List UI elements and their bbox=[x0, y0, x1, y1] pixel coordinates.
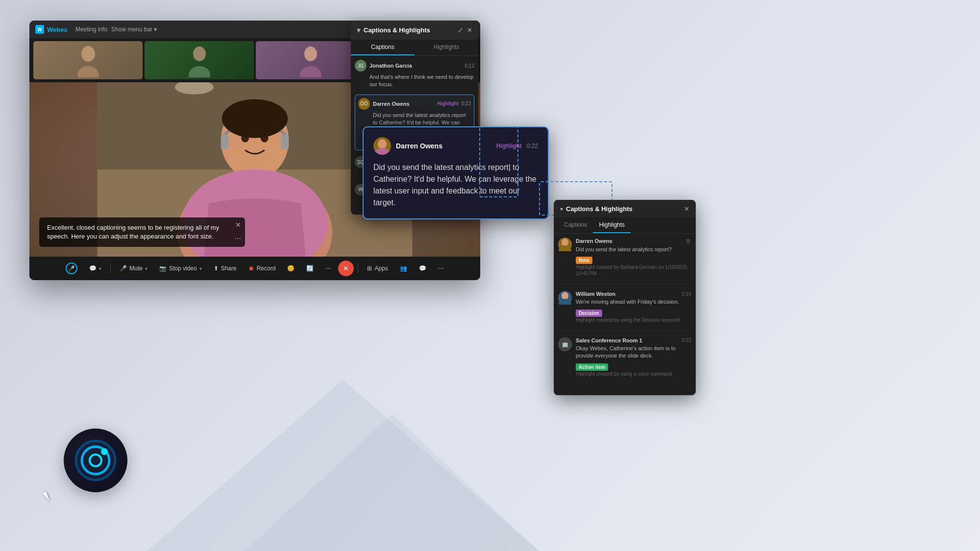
tab-highlights[interactable]: Highlights bbox=[415, 40, 478, 55]
webex-icon: W bbox=[35, 25, 44, 34]
ai-button[interactable]: 🔄 bbox=[301, 262, 318, 275]
messages-button[interactable]: 💬 bbox=[414, 262, 431, 275]
he-badge-action: Action item bbox=[576, 363, 608, 371]
svg-point-0 bbox=[81, 46, 95, 62]
svg-point-20 bbox=[374, 148, 390, 155]
svg-point-3 bbox=[189, 66, 210, 77]
captions-panel-title: Captions & Highlights bbox=[364, 26, 455, 34]
collapse-icon[interactable]: ▾ bbox=[357, 25, 361, 35]
he-body-3: Sales Conference Room 1 0:32 Okay Webex,… bbox=[576, 337, 691, 377]
webex-logo-large bbox=[64, 429, 127, 492]
end-call-button[interactable]: ✕ bbox=[338, 261, 354, 276]
video-dropdown-arrow: ▾ bbox=[199, 266, 202, 271]
caption-entry-1-header: JG Jonathon Garcia 0:12 bbox=[355, 60, 474, 72]
record-button[interactable]: ⏺ Record bbox=[244, 262, 281, 275]
more-icon: ⋯ bbox=[325, 265, 331, 272]
svg-rect-12 bbox=[221, 135, 229, 149]
more-button[interactable]: ⋯ bbox=[320, 262, 336, 275]
captions-panel2-content: Darren Owens 🗑 Did you send the latest a… bbox=[554, 234, 695, 395]
popout-icon[interactable]: ⤢ bbox=[458, 26, 463, 34]
highlight-popup-badge: Highlight bbox=[496, 143, 522, 149]
thumbnail-1[interactable] bbox=[33, 41, 143, 79]
highlight-popup-avatar bbox=[373, 137, 391, 155]
apps-button[interactable]: ⊞ Apps bbox=[362, 262, 392, 275]
caption-time-2: 0:22 bbox=[462, 101, 471, 106]
captions-tabs: Captions Highlights bbox=[351, 40, 478, 56]
he-quote-1: Did you send the latest analytics report… bbox=[576, 246, 691, 253]
highlight-entry-2: William Weston 0:16 We're moving ahead w… bbox=[558, 291, 691, 330]
he-badge-note: Note bbox=[576, 257, 592, 264]
chat-button[interactable]: 💬 ▾ bbox=[84, 262, 106, 275]
caption-name-2: Darren Owens bbox=[373, 101, 434, 107]
video-icon: 📷 bbox=[159, 265, 167, 272]
webex-logo: W Webex bbox=[35, 25, 68, 34]
end-call-icon: ✕ bbox=[343, 264, 349, 272]
svg-point-4 bbox=[304, 47, 317, 61]
participants-button[interactable]: 👥 bbox=[395, 262, 412, 275]
svg-point-19 bbox=[378, 139, 387, 149]
svg-point-16 bbox=[222, 99, 288, 138]
he-caption-2: Highlight created by using the Decision … bbox=[576, 317, 691, 323]
caption-more-button[interactable]: ⋯ bbox=[234, 234, 241, 244]
he-name-1: Darren Owens bbox=[576, 238, 686, 244]
tab2-captions[interactable]: Captions bbox=[558, 217, 593, 233]
mic-status-button[interactable]: 🎤 bbox=[61, 260, 82, 277]
highlight-entry-3: 🏢 Sales Conference Room 1 0:32 Okay Webe… bbox=[558, 337, 691, 384]
mic-ring-icon: 🎤 bbox=[66, 263, 77, 274]
mute-button[interactable]: 🎤 Mute ▾ bbox=[115, 262, 152, 275]
caption-entry-2-header: DO Darren Owens Highlight 0:22 bbox=[358, 98, 471, 110]
captions-panel2-tabs: Captions Highlights bbox=[554, 217, 695, 234]
he-quote-2: We're moving ahead with Friday's decisio… bbox=[576, 298, 691, 306]
thumbnail-2[interactable] bbox=[145, 41, 254, 79]
chat-dropdown-arrow: ▾ bbox=[99, 266, 101, 271]
show-menu-bar-button[interactable]: Show menu bar ▾ bbox=[111, 26, 157, 33]
webex-logo-svg bbox=[74, 438, 118, 482]
person-icon-3 bbox=[256, 41, 365, 79]
highlight-popup-name: Darren Owens bbox=[396, 142, 491, 150]
meeting-info-link[interactable]: Meeting info bbox=[75, 26, 107, 33]
highlight-popup-time: 0:22 bbox=[527, 143, 538, 149]
he-avatar-2 bbox=[558, 291, 572, 305]
separator-1 bbox=[110, 264, 111, 273]
tab-captions[interactable]: Captions bbox=[351, 40, 415, 55]
stop-video-button[interactable]: 📷 Stop video ▾ bbox=[154, 262, 207, 275]
more-options-button[interactable]: ⋯ bbox=[433, 262, 449, 275]
he-body-2: William Weston 0:16 We're moving ahead w… bbox=[576, 291, 691, 323]
svg-point-21 bbox=[562, 239, 568, 246]
highlight-popup-header: Darren Owens Highlight 0:22 bbox=[373, 137, 538, 155]
bg-decoration-2 bbox=[245, 414, 539, 551]
person-icon-1 bbox=[33, 41, 143, 79]
captions-panel-2: ▾ Captions & Highlights ✕ Captions Highl… bbox=[554, 200, 696, 395]
he-trash-1[interactable]: 🗑 bbox=[686, 238, 691, 244]
chevron-down-icon: ▾ bbox=[154, 26, 157, 33]
highlight-entry-1: Darren Owens 🗑 Did you send the latest a… bbox=[558, 238, 691, 284]
captions-panel-header: ▾ Captions & Highlights ⤢ ✕ bbox=[351, 21, 478, 40]
panel-header-icons: ⤢ ✕ bbox=[458, 26, 472, 34]
ai-icon: 🔄 bbox=[306, 265, 314, 272]
he-time-3: 0:32 bbox=[682, 337, 691, 343]
collapse-icon-2[interactable]: ▾ bbox=[560, 206, 563, 213]
he-quote-3: Okay Webex, Catherine's action item is t… bbox=[576, 345, 691, 360]
mute-icon: 🎤 bbox=[120, 265, 127, 272]
panel-close-icon[interactable]: ✕ bbox=[467, 26, 472, 34]
he-time-2: 0:16 bbox=[682, 291, 691, 297]
svg-point-22 bbox=[559, 245, 571, 251]
he-avatar-3: 🏢 bbox=[558, 337, 572, 351]
caption-text: Excellent, closed captioning seems to be… bbox=[47, 224, 219, 240]
captions-panel2-title: Captions & Highlights bbox=[566, 205, 681, 213]
thumbnail-3[interactable] bbox=[256, 41, 365, 79]
tab2-highlights[interactable]: Highlights bbox=[593, 217, 631, 233]
he-avatar-1 bbox=[558, 238, 572, 251]
svg-point-24 bbox=[559, 299, 571, 305]
control-bar: 🎤 💬 ▾ 🎤 Mute ▾ 📷 Stop video ▾ ⬆ Share ⏺ … bbox=[29, 257, 480, 280]
panel2-close-icon[interactable]: ✕ bbox=[684, 205, 689, 213]
caption-close-button[interactable]: ✕ bbox=[235, 220, 241, 230]
svg-point-23 bbox=[562, 292, 568, 300]
share-button[interactable]: ⬆ Share bbox=[209, 262, 242, 275]
highlight-popup: Darren Owens Highlight 0:22 Did you send… bbox=[363, 126, 549, 219]
more-options-icon: ⋯ bbox=[438, 265, 444, 272]
he-name-2: William Weston bbox=[576, 291, 680, 297]
svg-point-31 bbox=[76, 441, 115, 480]
svg-point-1 bbox=[77, 66, 99, 77]
reaction-button[interactable]: 😊 bbox=[282, 262, 299, 275]
